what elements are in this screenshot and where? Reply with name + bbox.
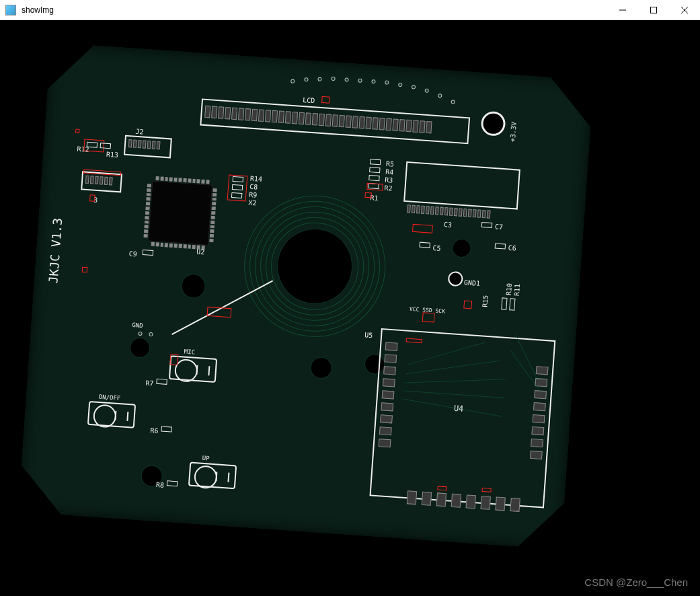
mounting-hole: [311, 357, 332, 379]
r13-label: R13: [106, 151, 119, 159]
r7-label: R7: [145, 379, 154, 387]
defect-mark: [169, 354, 178, 365]
app-window: showImg JKJC V1.3 LCD: [0, 0, 700, 596]
u2-label: U2: [196, 248, 205, 256]
r8-label: R8: [155, 481, 164, 489]
defect-mark: [366, 183, 383, 191]
voltage-label: +3.3V: [509, 122, 518, 143]
defect-mark: [82, 267, 88, 273]
window-controls: [607, 0, 700, 20]
c7-label: C7: [494, 223, 503, 231]
defect-mark: [422, 312, 435, 322]
maximize-icon: [650, 7, 657, 13]
up-switch: [188, 462, 237, 490]
r10-label: R10: [505, 283, 513, 296]
defect-mark: [321, 96, 330, 104]
right-ic-outline: [403, 161, 520, 210]
image-viewport[interactable]: JKJC V1.3 LCD: [0, 20, 700, 596]
board-version-label: JKJC V1.3: [46, 217, 65, 284]
watermark-text: CSDN @Zero___Chen: [584, 576, 688, 588]
r15-label: R15: [481, 295, 489, 307]
r6-label: R6: [150, 426, 159, 435]
c5-label: C5: [432, 244, 441, 252]
gnd-label: GND: [132, 322, 143, 329]
gnd1-label: GND1: [464, 278, 481, 287]
window-title: showImg: [22, 5, 54, 15]
r2-label: R2: [384, 184, 393, 192]
gnd1-hole: [449, 272, 462, 285]
defect-mark: [207, 307, 232, 318]
mic-label: MIC: [184, 348, 195, 356]
up-label: UP: [202, 455, 210, 462]
mounting-hole: [130, 338, 150, 358]
u5-label: U5: [364, 331, 373, 339]
onoff-switch: [87, 401, 136, 429]
titlebar[interactable]: showImg: [0, 0, 700, 20]
defect-mark: [463, 300, 472, 309]
r3-label: R3: [385, 176, 393, 184]
mounting-hole: [483, 113, 504, 135]
u2-chip: [148, 181, 212, 246]
r5-label: R5: [386, 160, 395, 168]
c8-label: C8: [249, 183, 258, 191]
app-icon: [5, 5, 16, 15]
x2-label: X2: [248, 199, 257, 207]
svg-rect-1: [651, 7, 657, 13]
r11-label: R11: [513, 284, 521, 297]
defect-mark: [89, 194, 95, 202]
close-icon: [681, 7, 688, 13]
defect-mark: [364, 192, 372, 198]
r4-label: R4: [385, 168, 394, 176]
pcb-board: JKJC V1.3 LCD: [18, 42, 594, 550]
maximize-button[interactable]: [638, 0, 669, 20]
c6-label: C6: [508, 244, 516, 252]
mounting-hole: [453, 239, 471, 258]
u4-outline: [369, 328, 555, 509]
r14-label: R14: [250, 175, 263, 183]
close-button[interactable]: [669, 0, 700, 20]
defect-mark: [412, 224, 433, 233]
defect-mark: [437, 486, 446, 490]
defect-mark: [481, 488, 491, 492]
onoff-label: ON/OFF: [98, 394, 120, 402]
c9-label: C9: [128, 250, 137, 258]
defect-mark: [75, 129, 79, 133]
c3-label: C3: [444, 221, 453, 229]
j2-label: J2: [135, 128, 144, 136]
minimize-icon: [619, 7, 626, 13]
r9-label: R9: [249, 191, 258, 199]
mounting-hole: [181, 274, 205, 298]
lcd-label: LCD: [303, 96, 315, 104]
minimize-button[interactable]: [607, 0, 638, 20]
